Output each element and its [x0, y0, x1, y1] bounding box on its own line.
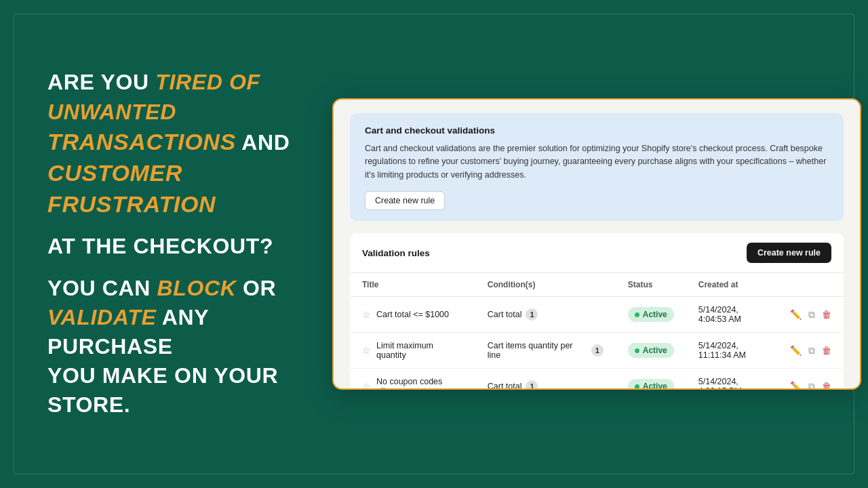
rule-title: Cart total <= $1000 — [376, 310, 449, 319]
edit-icon[interactable]: ✏️ — [790, 345, 802, 356]
hero-line1-italic: TIRED OF — [155, 70, 260, 94]
hero-line3-italic: TRANSACTIONS — [47, 129, 236, 155]
rule-status-cell: Active — [616, 297, 686, 333]
rule-title: Limit maximum quantity — [376, 341, 463, 360]
created-at-text: 5/14/2024, 4:23:15 PM — [698, 377, 742, 390]
col-header-actions — [778, 273, 844, 297]
rules-section-title: Validation rules — [362, 248, 430, 258]
condition-text: Cart items quantity per line — [488, 341, 587, 360]
condition-text: Cart total — [488, 310, 522, 319]
col-header-title: Title — [350, 273, 475, 297]
star-icon[interactable]: ☆ — [362, 345, 371, 356]
status-dot — [635, 384, 639, 389]
copy-icon[interactable]: ⧉ — [808, 309, 815, 321]
hero-line1-normal: ARE YOU — [47, 70, 155, 94]
status-text: Active — [643, 310, 667, 319]
create-rule-button-top[interactable]: Create new rule — [365, 191, 445, 210]
rule-created-cell: 5/14/2024, 4:04:53 AM — [686, 297, 778, 333]
col-header-created: Created at — [686, 273, 778, 297]
hero-line6-italic1: BLOCK — [157, 276, 237, 300]
hero-line8: YOU MAKE ON YOUR STORE. — [47, 363, 278, 417]
rule-status-cell: Active — [616, 369, 686, 390]
status-badge: Active — [628, 343, 674, 358]
status-dot — [635, 312, 639, 317]
hero-line3-normal: AND — [236, 130, 290, 155]
rule-created-cell: 5/14/2024, 4:23:15 PM — [686, 369, 778, 390]
condition-count-badge: 1 — [526, 380, 538, 390]
hero-section: ARE YOU TIRED OF UNWANTED TRANSACTIONS A… — [0, 0, 332, 488]
rule-condition-cell: Cart items quantity per line 1 — [475, 333, 616, 369]
edit-icon[interactable]: ✏️ — [790, 381, 802, 390]
condition-text: Cart total — [488, 382, 522, 390]
hero-line4: CUSTOMER FRUSTRATION — [47, 160, 216, 217]
status-text: Active — [643, 382, 667, 390]
created-at-text: 5/14/2024, 4:04:53 AM — [698, 305, 741, 324]
app-panel: Cart and checkout validations Cart and c… — [332, 98, 861, 390]
table-header-row: Title Condition(s) Status Created at — [350, 273, 844, 297]
rule-actions-cell: ✏️ ⧉ 🗑 — [778, 369, 844, 390]
info-card: Cart and checkout validations Cart and c… — [350, 113, 844, 221]
col-header-status: Status — [616, 273, 686, 297]
table-row: ☆ No coupon codes allowe... Cart total 1… — [350, 369, 844, 390]
table-row: ☆ Limit maximum quantity Cart items quan… — [350, 333, 844, 369]
copy-icon[interactable]: ⧉ — [808, 381, 815, 390]
rule-actions-cell: ✏️ ⧉ 🗑 — [778, 333, 844, 369]
created-at-text: 5/14/2024, 11:11:34 AM — [698, 341, 746, 360]
info-card-title: Cart and checkout validations — [365, 125, 829, 136]
rule-title: No coupon codes allowe... — [376, 377, 463, 390]
rules-table: Title Condition(s) Status Created at ☆ C… — [350, 273, 844, 390]
condition-count-badge: 1 — [591, 344, 604, 357]
rule-title-cell: ☆ No coupon codes allowe... — [350, 369, 475, 390]
star-icon[interactable]: ☆ — [362, 381, 371, 390]
star-icon[interactable]: ☆ — [362, 309, 371, 320]
rule-status-cell: Active — [616, 333, 686, 369]
hero-line6-normal2: OR — [237, 276, 277, 300]
info-card-description: Cart and checkout validations are the pr… — [365, 142, 829, 182]
status-badge: Active — [628, 379, 674, 390]
edit-icon[interactable]: ✏️ — [790, 309, 802, 320]
col-header-conditions: Condition(s) — [475, 273, 616, 297]
status-dot — [635, 348, 639, 353]
rule-actions-cell: ✏️ ⧉ 🗑 — [778, 297, 844, 333]
rule-condition-cell: Cart total 1 — [475, 369, 616, 390]
create-rule-button-main[interactable]: Create new rule — [747, 243, 831, 263]
hero-line7-italic: VALIDATE — [47, 305, 156, 329]
rule-created-cell: 5/14/2024, 11:11:34 AM — [686, 333, 778, 369]
rule-title-cell: ☆ Limit maximum quantity — [350, 333, 475, 369]
rule-title-cell: ☆ Cart total <= $1000 — [350, 297, 475, 333]
validation-rules-section: Validation rules Create new rule Title C… — [350, 233, 844, 390]
delete-icon[interactable]: 🗑 — [822, 309, 831, 320]
status-text: Active — [643, 346, 667, 355]
hero-text-block: ARE YOU TIRED OF UNWANTED TRANSACTIONS A… — [47, 68, 298, 420]
status-badge: Active — [628, 307, 674, 322]
condition-count-badge: 1 — [526, 308, 538, 321]
delete-icon[interactable]: 🗑 — [822, 345, 831, 356]
copy-icon[interactable]: ⧉ — [808, 345, 815, 357]
hero-line2: UNWANTED — [47, 100, 176, 124]
table-row: ☆ Cart total <= $1000 Cart total 1 Activ… — [350, 297, 844, 333]
hero-line5: AT THE CHECKOUT? — [47, 234, 273, 258]
hero-line6-normal1: YOU CAN — [47, 276, 157, 300]
rule-condition-cell: Cart total 1 — [475, 297, 616, 333]
rules-header: Validation rules Create new rule — [350, 233, 844, 273]
delete-icon[interactable]: 🗑 — [822, 381, 831, 390]
